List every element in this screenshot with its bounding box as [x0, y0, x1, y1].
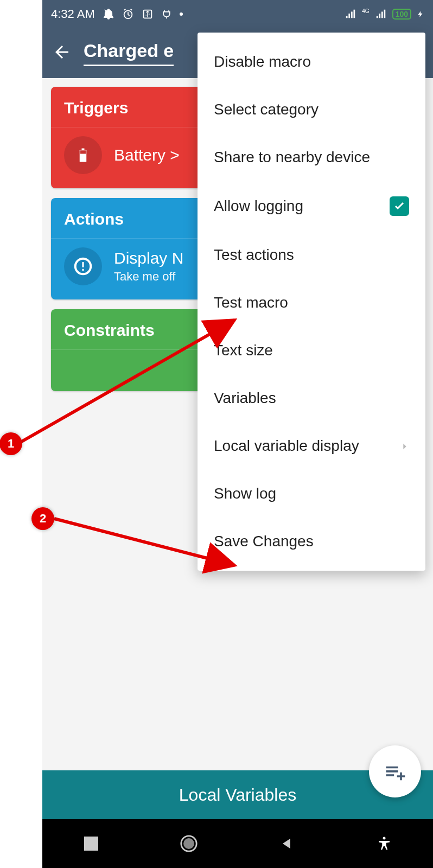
bolt-icon: [417, 9, 424, 20]
notifications-off-icon: [103, 8, 114, 20]
page-title[interactable]: Charged e: [84, 40, 174, 66]
nav-accessibility[interactable]: [373, 833, 395, 854]
annotation-marker-2: 2: [31, 507, 54, 530]
alarm-icon: [122, 8, 134, 20]
signal-icon: [345, 8, 356, 20]
menu-select-category[interactable]: Select category: [198, 86, 425, 133]
nav-recent[interactable]: [80, 833, 102, 854]
status-bar: 4:32 AM 4G 100: [42, 0, 433, 28]
svg-rect-4: [80, 150, 86, 154]
battery-indicator: 100: [392, 9, 411, 20]
menu-share-nearby[interactable]: Share to nearby device: [198, 133, 425, 181]
battery-icon: [64, 136, 102, 174]
nav-back[interactable]: [276, 833, 297, 854]
signal2-icon: [375, 8, 387, 20]
nav-home[interactable]: [178, 833, 200, 854]
status-time: 4:32 AM: [51, 7, 95, 21]
menu-test-macro[interactable]: Test macro: [198, 279, 425, 327]
svg-rect-6: [82, 262, 84, 267]
local-variables-label: Local Variables: [179, 785, 296, 805]
menu-text-size[interactable]: Text size: [198, 327, 425, 374]
menu-test-actions[interactable]: Test actions: [198, 231, 425, 279]
playlist-add-icon: [383, 758, 407, 784]
svg-rect-7: [82, 269, 84, 271]
usb-icon: [142, 8, 154, 20]
svg-point-11: [383, 837, 386, 840]
menu-disable-macro[interactable]: Disable macro: [198, 38, 425, 86]
alert-icon: [64, 247, 102, 285]
chevron-right-icon: [400, 437, 409, 455]
action-item-subtitle: Take me off: [114, 270, 183, 284]
checkbox-checked-icon[interactable]: [390, 196, 409, 216]
overflow-menu: Disable macro Select category Share to n…: [198, 33, 425, 571]
plug-icon: [161, 9, 172, 20]
menu-allow-logging[interactable]: Allow logging: [198, 181, 425, 231]
menu-save-changes[interactable]: Save Changes: [198, 518, 425, 565]
menu-local-variable-display[interactable]: Local variable display: [198, 422, 425, 470]
menu-show-log[interactable]: Show log: [198, 470, 425, 518]
nav-bar: [42, 819, 433, 868]
svg-point-10: [183, 838, 194, 849]
network-label: 4G: [362, 8, 369, 14]
back-button[interactable]: [52, 42, 72, 64]
add-fab[interactable]: [369, 745, 421, 797]
phone-frame: 4:32 AM 4G 100: [42, 0, 433, 868]
action-item-title: Display N: [114, 249, 183, 267]
trigger-item-label: Battery >: [114, 146, 180, 164]
svg-rect-8: [84, 837, 98, 851]
svg-rect-3: [82, 149, 85, 151]
annotation-marker-1: 1: [0, 432, 22, 455]
dot-icon: [180, 12, 183, 16]
menu-variables[interactable]: Variables: [198, 374, 425, 422]
